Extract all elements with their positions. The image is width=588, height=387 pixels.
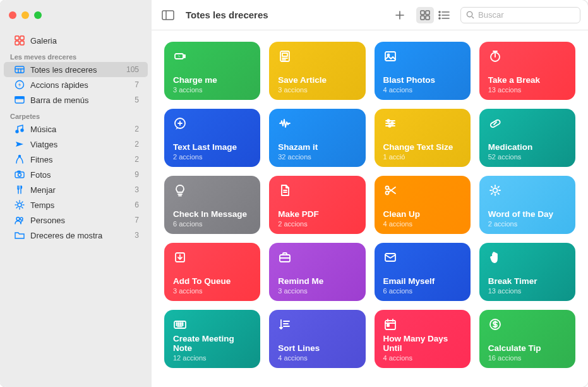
sidebar-item[interactable]: Barra de menús5 [4, 92, 148, 108]
shortcut-card[interactable]: Calculate Tip16 accions [479, 310, 575, 368]
svg-rect-44 [175, 54, 183, 59]
bulb-icon [173, 183, 187, 197]
hand-icon [488, 250, 502, 264]
shortcut-card[interactable]: Make PDF2 accions [269, 176, 365, 234]
sidebar-folder-item[interactable]: Menjar3 [4, 182, 148, 197]
mail-icon [383, 250, 397, 264]
shortcut-title: Check In Message [173, 209, 251, 219]
svg-rect-17 [20, 36, 24, 40]
sidebar-section-header: Carpetes [0, 108, 152, 121]
grid-view-button[interactable] [416, 7, 434, 23]
shortcut-subtitle: 2 accions [488, 220, 567, 228]
sunrise-icon [488, 183, 502, 197]
shortcut-card[interactable]: Remind Me3 accions [269, 243, 365, 301]
sidebar-item[interactable]: Totes les dreceres105 [4, 62, 148, 77]
wave-icon [278, 116, 292, 130]
svg-point-91 [182, 324, 183, 326]
shortcut-card[interactable]: Check In Message6 accions [164, 176, 260, 234]
search-field[interactable] [460, 7, 580, 23]
shortcut-subtitle: 4 accions [383, 86, 462, 94]
sidebar-folder-item[interactable]: Fotos9 [4, 167, 148, 182]
sidebar-item-label: Galeria [30, 36, 139, 46]
close-window-button[interactable] [9, 11, 16, 19]
sidebar-item-label: Dreceres de mostra [30, 231, 129, 240]
shortcut-card[interactable]: Create Meeting Note12 accions [164, 310, 260, 368]
sidebar-item-count: 3 [135, 231, 139, 240]
svg-point-88 [176, 324, 177, 326]
shortcut-title: Medication [488, 142, 567, 152]
shortcut-subtitle: 32 accions [278, 153, 356, 161]
shortcut-card[interactable]: Shazam it32 accions [269, 109, 365, 167]
plane-icon [14, 138, 25, 150]
shortcut-subtitle: 3 accions [278, 287, 356, 295]
shortcut-card[interactable]: How Many Days Until4 accions [375, 310, 471, 368]
sidebar-folder-item[interactable]: Persones7 [4, 212, 148, 228]
search-input[interactable] [478, 10, 575, 20]
fitness-icon [14, 154, 25, 165]
menubar-icon [14, 94, 25, 106]
briefcase-icon [278, 250, 292, 264]
sidebar-item-count: 105 [126, 65, 139, 74]
shortcut-title: Text Last Image [173, 142, 251, 152]
shortcut-card[interactable]: Charge me3 accions [164, 42, 260, 100]
shortcut-subtitle: 2 accions [278, 220, 356, 228]
shortcut-card[interactable]: Blast Photos4 accions [375, 42, 471, 100]
shortcut-subtitle: 2 accions [173, 153, 251, 161]
sliders-icon [383, 116, 397, 130]
traffic-lights [0, 0, 152, 30]
sidebar-item-label: Fitnes [30, 155, 129, 164]
svg-line-78 [498, 187, 499, 188]
svg-point-58 [391, 122, 393, 125]
sidebar-folder-item[interactable]: Música2 [4, 121, 148, 137]
svg-line-38 [16, 202, 18, 203]
minimize-window-button[interactable] [21, 11, 29, 19]
timer-icon [488, 49, 502, 63]
svg-point-31 [18, 173, 21, 176]
shortcut-card[interactable]: Take a Break13 accions [479, 42, 575, 100]
sidebar-item-gallery[interactable]: Galeria [4, 33, 148, 48]
toggle-sidebar-button[interactable] [159, 7, 177, 23]
sidebar-folder-item[interactable]: Dreceres de mostra3 [4, 228, 148, 243]
sidebar-folder-item[interactable]: Temps6 [4, 197, 148, 212]
message-icon [173, 116, 187, 130]
shortcut-subtitle: 4 accions [278, 354, 356, 362]
svg-point-85 [178, 322, 179, 324]
svg-rect-18 [15, 41, 19, 45]
svg-rect-19 [20, 41, 24, 45]
sidebar-item-label: Totes les dreceres [30, 65, 121, 75]
shortcut-card[interactable]: Save Article3 accions [269, 42, 365, 100]
gallery-icon [14, 35, 25, 46]
zoom-window-button[interactable] [34, 11, 42, 19]
shortcut-card[interactable]: Email Myself6 accions [375, 243, 471, 301]
keyboard-icon [173, 317, 187, 331]
shortcut-card[interactable]: Sort Lines4 accions [269, 310, 365, 368]
svg-rect-5 [426, 11, 429, 15]
shortcut-card[interactable]: Medication52 accions [479, 109, 575, 167]
svg-line-61 [494, 122, 496, 125]
svg-line-41 [22, 202, 23, 203]
shortcut-card[interactable]: Word of the Day2 accions [479, 176, 575, 234]
shortcut-title: Create Meeting Note [173, 334, 251, 353]
add-shortcut-button[interactable] [391, 7, 409, 23]
music-icon [14, 123, 25, 135]
svg-point-70 [493, 188, 497, 193]
shortcut-card[interactable]: Change Text Size1 acció [375, 109, 471, 167]
svg-rect-7 [426, 16, 429, 20]
sidebar-folder-item[interactable]: Viatges2 [4, 137, 148, 152]
shortcut-card[interactable]: Add To Queue3 accions [164, 243, 260, 301]
sidebar-item-count: 5 [135, 95, 139, 104]
svg-rect-45 [184, 55, 185, 58]
camera-icon [14, 169, 25, 180]
shortcut-card[interactable]: Clean Up4 accions [375, 176, 471, 234]
sidebar-item[interactable]: Accions ràpides7 [4, 77, 148, 92]
shortcut-card[interactable]: Break Timer13 accions [479, 243, 575, 301]
shortcut-card[interactable]: Text Last Image2 accions [164, 109, 260, 167]
shortcut-title: Word of the Day [488, 209, 567, 219]
shortcut-subtitle: 1 acció [383, 153, 462, 161]
shortcut-subtitle: 12 accions [173, 354, 251, 362]
shortcut-title: Remind Me [278, 276, 356, 286]
sidebar-folder-item[interactable]: Fitnes2 [4, 152, 148, 167]
svg-rect-16 [15, 36, 19, 40]
list-view-button[interactable] [435, 7, 453, 23]
sidebar-item-count: 3 [135, 185, 139, 194]
